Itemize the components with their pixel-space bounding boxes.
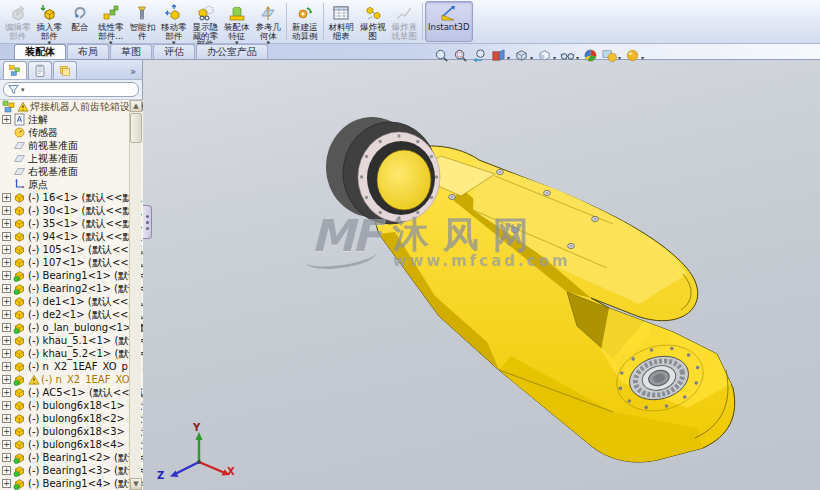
tree-item[interactable]: +(-) n_X2_1EAF_XO_p h bbox=[0, 373, 143, 386]
panel-tab-featuremanager-design-tree[interactable] bbox=[3, 61, 27, 79]
zoom-area-button[interactable] bbox=[452, 47, 469, 68]
tree-item[interactable]: +(-) Bearing1<3> (默认<< bbox=[0, 464, 143, 477]
show-hidden-components-button[interactable]: 显示隐藏的零部件 bbox=[190, 1, 222, 42]
3d-model-robot-arm[interactable] bbox=[143, 60, 820, 490]
tree-expander[interactable]: + bbox=[2, 310, 11, 319]
view-orientation-button[interactable]: ▾ bbox=[513, 47, 534, 68]
smart-fasteners-button[interactable]: 智能扣件 bbox=[127, 1, 159, 42]
tree-expander[interactable]: + bbox=[2, 271, 11, 280]
apply-scene-button[interactable]: ▾ bbox=[601, 47, 622, 68]
assembly-features-button[interactable]: 装配体特征▾ bbox=[221, 1, 253, 42]
tree-item[interactable]: +(-) 107<1> (默认<<默认> bbox=[0, 256, 143, 269]
tree-item[interactable]: 上视基准面 bbox=[0, 152, 143, 165]
tree-expander[interactable]: + bbox=[2, 388, 11, 397]
tab-装配体[interactable]: 装配体 bbox=[14, 44, 66, 59]
panel-tab-propertymanager[interactable] bbox=[28, 61, 52, 79]
tab-布局[interactable]: 布局 bbox=[67, 44, 109, 59]
edit-appearance-button[interactable] bbox=[582, 47, 599, 68]
dropdown-arrow-icon[interactable]: ▾ bbox=[576, 54, 579, 61]
zoom-fit-button[interactable] bbox=[433, 47, 450, 68]
tree-expander[interactable]: + bbox=[2, 414, 11, 423]
mate-button[interactable]: 配合 bbox=[65, 1, 95, 42]
bill-of-materials-button[interactable]: 材料明细表 bbox=[326, 1, 358, 42]
tree-expander[interactable]: + bbox=[2, 219, 11, 228]
tree-item[interactable]: +(-) 105<1> (默认<<默认> bbox=[0, 243, 143, 256]
tree-item[interactable]: +(-) Bearing2<1> (默认<< bbox=[0, 282, 143, 295]
tree-item[interactable]: +注解 bbox=[0, 113, 143, 126]
previous-view-button[interactable] bbox=[471, 47, 488, 68]
tree-item[interactable]: +(-) khau_5.2<1> (默认<< bbox=[0, 347, 143, 360]
scroll-up-button[interactable]: ▲ bbox=[130, 100, 142, 112]
tree-item[interactable]: +(-) bulong6x18<3> (默认 bbox=[0, 425, 143, 438]
tree-item[interactable]: +(-) Bearing1<1> (默认<< bbox=[0, 269, 143, 282]
display-style-button[interactable]: ▾ bbox=[536, 47, 557, 68]
tree-expander[interactable]: + bbox=[2, 284, 11, 293]
exploded-view-button[interactable]: 爆炸视图 bbox=[357, 1, 389, 42]
tree-item[interactable]: 原点 bbox=[0, 178, 143, 191]
tree-expander[interactable]: + bbox=[2, 362, 11, 371]
tree-expander[interactable]: + bbox=[2, 336, 11, 345]
tree-item[interactable]: +(-) de1<1> (默认<<默认> bbox=[0, 295, 143, 308]
tree-expander[interactable]: + bbox=[2, 349, 11, 358]
tree-expander[interactable]: + bbox=[2, 297, 11, 306]
tab-办公室产品[interactable]: 办公室产品 bbox=[196, 44, 268, 59]
tree-item[interactable]: +(-) Bearing1<4> (默认<< bbox=[0, 477, 143, 490]
tree-item[interactable]: +(-) n_X2_1EAF_XO_p h_X2 bbox=[0, 360, 143, 373]
new-motion-study-button[interactable]: 新建运动算例 bbox=[289, 1, 321, 42]
tree-expander[interactable]: + bbox=[2, 401, 11, 410]
section-view-button[interactable]: ▾ bbox=[490, 47, 511, 68]
tree-expander[interactable]: + bbox=[2, 375, 11, 384]
dropdown-arrow-icon[interactable]: ▾ bbox=[530, 54, 533, 61]
reference-geometry-button[interactable]: 参考几何体▾ bbox=[253, 1, 285, 42]
tree-expander[interactable]: + bbox=[2, 427, 11, 436]
tree-item[interactable]: +(-) 35<1> (默认<<默认>_ bbox=[0, 217, 143, 230]
panel-tab-configurationmanager[interactable] bbox=[53, 61, 77, 79]
tree-item[interactable]: +(-) bulong6x18<4> (默认 bbox=[0, 438, 143, 451]
tree-expander[interactable]: + bbox=[2, 258, 11, 267]
tree-expander[interactable]: + bbox=[2, 193, 11, 202]
tree-expander[interactable]: + bbox=[2, 440, 11, 449]
tree-scrollbar[interactable]: ▲ ▼ bbox=[129, 100, 141, 490]
hide-show-items-button[interactable]: ▾ bbox=[559, 47, 580, 68]
dropdown-arrow-icon[interactable]: ▾ bbox=[553, 54, 556, 61]
tree-item[interactable]: +(-) AC5<1> (默认<<默认> bbox=[0, 386, 143, 399]
dropdown-arrow-icon[interactable]: ▾ bbox=[641, 54, 644, 61]
tree-item[interactable]: 传感器 bbox=[0, 126, 143, 139]
scroll-thumb[interactable] bbox=[130, 113, 142, 143]
tree-expander[interactable]: + bbox=[2, 115, 11, 124]
tree-expander[interactable]: + bbox=[2, 206, 11, 215]
tree-item[interactable]: +(-) 30<1> (默认<<默认>_ bbox=[0, 204, 143, 217]
tree-item[interactable]: +(-) 94<1> (默认<<默认>_ bbox=[0, 230, 143, 243]
insert-components-button[interactable]: 插入零部件▾ bbox=[34, 1, 66, 42]
tree-item[interactable]: +(-) khau_5.1<1> (默认<< bbox=[0, 334, 143, 347]
tree-item[interactable]: +(-) Bearing1<2> (默认<< bbox=[0, 451, 143, 464]
dropdown-arrow-icon[interactable]: ▾ bbox=[507, 54, 510, 61]
tree-item[interactable]: 前视基准面 bbox=[0, 139, 143, 152]
tree-expander[interactable]: + bbox=[2, 323, 11, 332]
dropdown-arrow-icon[interactable]: ▾ bbox=[618, 54, 621, 61]
tree-expander[interactable]: + bbox=[2, 245, 11, 254]
tree-item[interactable]: +(-) bulong6x18<2> (默认 bbox=[0, 412, 143, 425]
filter-dropdown-arrow[interactable]: ▾ bbox=[21, 86, 25, 94]
move-component-button[interactable]: 移动零部件▾ bbox=[158, 1, 190, 42]
linear-component-pattern-button[interactable]: 线性零部件...▾ bbox=[95, 1, 127, 42]
tree-item[interactable]: +(-) de2<1> (默认<<默认> bbox=[0, 308, 143, 321]
tab-草图[interactable]: 草图 bbox=[110, 44, 152, 59]
instant3d-button[interactable]: Instant3D bbox=[425, 1, 473, 42]
panel-splitter-handle[interactable] bbox=[143, 205, 152, 239]
panel-overflow-chevron[interactable]: » bbox=[130, 66, 139, 79]
tree-item[interactable]: +(-) o_lan_bulong<1> (默 bbox=[0, 321, 143, 334]
graphics-area[interactable]: MF 沐风网 www.mfcad.com Y bbox=[143, 60, 820, 490]
tree-expander[interactable]: + bbox=[2, 466, 11, 475]
tree-item[interactable]: +(-) bulong6x18<1> (默认 bbox=[0, 399, 143, 412]
tab-评估[interactable]: 评估 bbox=[153, 44, 195, 59]
tree-filter-input[interactable]: ▾ bbox=[3, 82, 139, 97]
tree-expander[interactable]: + bbox=[2, 479, 11, 488]
tree-item[interactable]: 右视基准面 bbox=[0, 165, 143, 178]
scroll-down-button[interactable]: ▼ bbox=[130, 478, 142, 490]
tree-item[interactable]: +(-) 16<1> (默认<<默认>_ bbox=[0, 191, 143, 204]
tree-expander[interactable]: + bbox=[2, 453, 11, 462]
tree-expander[interactable]: + bbox=[2, 232, 11, 241]
view-settings-button[interactable]: ▾ bbox=[624, 47, 645, 68]
tree-root-item[interactable]: 焊接机器人前齿轮箱设计模 bbox=[0, 100, 143, 113]
